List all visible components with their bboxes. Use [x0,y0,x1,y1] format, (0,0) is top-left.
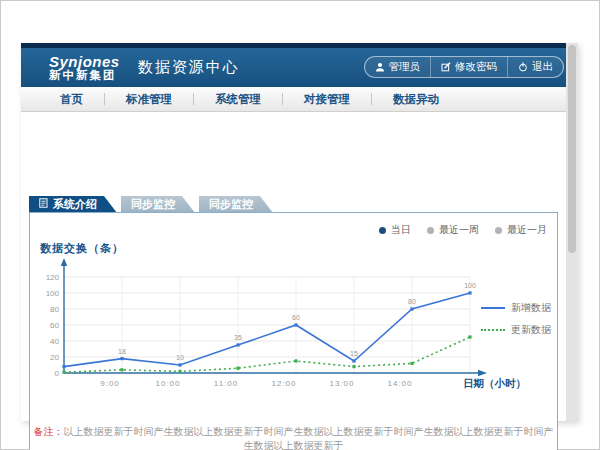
legend-item-new-data[interactable]: 新增数据 [481,301,551,315]
change-password-button[interactable]: 修改密码 [430,57,507,77]
legend-label: 新增数据 [511,301,551,315]
svg-text:80: 80 [408,298,416,305]
user-label: 管理员 [389,60,421,74]
document-icon [39,196,48,213]
filter-label: 当日 [391,223,411,237]
user-icon [375,62,385,72]
logo-text-cn: 新中新集团 [49,69,120,81]
filter-label: 最近一周 [439,223,479,237]
nav-item-data-change[interactable]: 数据异动 [372,92,460,107]
filter-last-week[interactable]: 最近一周 [427,223,479,237]
y-axis-title: 数据交换（条） [40,241,124,256]
page-title: 数据资源中心 [138,58,240,77]
logo-text-en: Synjones [49,54,120,70]
edit-icon [441,62,451,72]
app-header: Synjones 新中新集团 数据资源中心 管理员 修改密码 [21,48,578,87]
tab-label: 同步监控 [131,196,175,213]
company-logo[interactable]: Synjones 新中新集团 [49,54,120,82]
app-window: Synjones 新中新集团 数据资源中心 管理员 修改密码 [21,43,578,421]
svg-text:10: 10 [176,354,184,361]
svg-text:120: 120 [46,273,60,282]
svg-text:13:00: 13:00 [329,379,354,388]
svg-text:14:00: 14:00 [387,379,412,388]
svg-text:40: 40 [50,337,59,346]
dotted-line-icon [481,329,505,331]
power-icon [518,62,528,72]
svg-text:60: 60 [292,314,300,321]
filter-label: 最近一月 [507,223,547,237]
tab-sync-monitor-1[interactable]: 同步监控 [121,196,195,213]
logout-label: 退出 [532,60,553,74]
chart-panel: 当日 最近一周 最近一月 数据交换（条） 0204060801001209:00… [29,212,558,450]
user-button[interactable]: 管理员 [365,57,431,77]
svg-text:10:00: 10:00 [155,379,180,388]
svg-text:20: 20 [50,353,59,362]
svg-text:80: 80 [50,305,59,314]
change-password-label: 修改密码 [455,60,497,74]
nav-item-standard-mgmt[interactable]: 标准管理 [105,92,193,107]
svg-text:9:00: 9:00 [100,379,120,388]
nav-item-system-mgmt[interactable]: 系统管理 [194,92,282,107]
tab-bar: 系统介绍 同步监控 同步监控 [29,196,277,213]
svg-text:15: 15 [350,350,358,357]
radio-icon [427,227,434,234]
main-nav: 首页 标准管理 系统管理 对接管理 数据异动 [21,87,578,112]
filter-last-month[interactable]: 最近一月 [495,223,547,237]
line-chart: 0204060801001209:0010:0011:0012:0013:001… [30,258,530,398]
chart-legend: 新增数据 更新数据 [481,301,551,345]
svg-text:11:00: 11:00 [214,379,238,388]
svg-text:0: 0 [55,369,60,378]
solid-line-icon [481,307,505,309]
footnote-prefix: 备注： [34,426,64,437]
tab-system-intro[interactable]: 系统介绍 [29,196,117,213]
user-menu: 管理员 修改密码 退出 [364,56,565,78]
radio-icon [495,227,502,234]
svg-text:18: 18 [118,348,126,355]
nav-item-connect-mgmt[interactable]: 对接管理 [283,92,371,107]
svg-text:100: 100 [464,282,476,289]
nav-item-home[interactable]: 首页 [39,92,104,107]
legend-label: 更新数据 [511,323,551,337]
svg-text:日期（小时）: 日期（小时） [463,377,526,390]
window-scrollbar[interactable] [566,43,578,421]
tab-sync-monitor-2[interactable]: 同步监控 [199,196,273,213]
svg-text:35: 35 [234,334,242,341]
legend-item-updated-data[interactable]: 更新数据 [481,323,551,337]
tab-label: 同步监控 [209,196,253,213]
footnote-text: 以上数据更新于时间产生数据以上数据更新于时间产生数据以上数据更新于时间产生数据以… [64,426,554,450]
content-area: 系统介绍 同步监控 同步监控 当日 最近一周 [21,112,578,421]
page: Synjones 新中新集团 数据资源中心 管理员 修改密码 [0,0,600,450]
footnote: 备注：以上数据更新于时间产生数据以上数据更新于时间产生数据以上数据更新于时间产生… [30,425,557,450]
svg-text:12:00: 12:00 [271,379,296,388]
time-range-filters: 当日 最近一周 最近一月 [379,223,547,237]
svg-text:100: 100 [46,289,60,298]
logout-button[interactable]: 退出 [507,57,563,77]
scrollbar-thumb[interactable] [568,45,576,253]
radio-selected-icon [379,227,386,234]
tab-label: 系统介绍 [53,196,97,213]
filter-today[interactable]: 当日 [379,223,411,237]
svg-text:60: 60 [50,321,59,330]
chart-svg: 0204060801001209:0010:0011:0012:0013:001… [30,258,530,398]
